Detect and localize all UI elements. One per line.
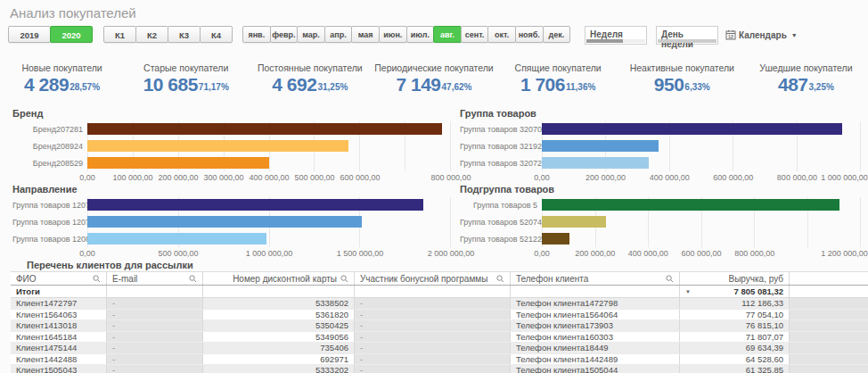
bar-Группа товаров 1207149[interactable] (87, 199, 423, 211)
bar-track (87, 233, 451, 245)
cell-phone[interactable]: Телефон клиента1472798 (511, 298, 680, 309)
cell-fio[interactable]: Клиент1564063 (11, 310, 107, 320)
cell-text: Телефон клиента1564064 (516, 310, 674, 319)
chart-bar-row: Бренд208924 (12, 137, 451, 154)
totals-cell-card (203, 286, 355, 297)
column-header-phone[interactable]: Телефон клиента (511, 272, 680, 285)
cell-fio[interactable]: Клиент1505043 (11, 365, 107, 373)
cell-card[interactable]: 5333202 (203, 365, 355, 373)
column-header-bonus[interactable]: Участник бонусной программы (355, 272, 511, 285)
client-table-title: Перечень клиентов для рассылки (27, 260, 193, 270)
month-button-авг.[interactable]: авг. (433, 26, 462, 43)
weekday-listbox[interactable]: День недели (656, 26, 718, 45)
week-listbox[interactable]: Неделя (585, 26, 647, 45)
cell-fio[interactable]: Клиент1645184 (11, 332, 107, 343)
cell-fio[interactable]: Клиент1475144 (11, 343, 107, 353)
search-icon[interactable] (93, 275, 101, 283)
column-header-card[interactable]: Номер дисконтной карты (203, 272, 355, 285)
kpi-card-3: Постоянные покупатели4 69231,25% (248, 55, 372, 102)
chart-product-subgroup: Подгруппа товаровГруппа товаров 5Группа … (460, 184, 861, 255)
kpi-value-row: 7 14947,62% (372, 74, 495, 95)
cell-phone[interactable]: Телефон клиента1442489 (511, 354, 680, 365)
chevron-down-icon: ▼ (791, 32, 798, 38)
table-row: Клиент1505043-5333202-Телефон клиента150… (11, 365, 868, 373)
cell-text: Телефон клиента173903 (516, 320, 674, 330)
cell-card[interactable]: 5361820 (203, 310, 355, 320)
bar-category-label: Группа товаров 1207149 (12, 201, 87, 210)
bar-Группа товаров 1207018[interactable] (87, 216, 362, 228)
cell-fio[interactable]: Клиент1442488 (11, 354, 107, 365)
month-button-июл.[interactable]: июл. (406, 26, 435, 43)
kpi-value: 10 685 (143, 74, 198, 95)
cell-card[interactable]: 5349056 (203, 332, 355, 343)
column-header-revenue[interactable]: Выручка, руб (680, 272, 790, 285)
column-header-extra[interactable] (790, 272, 868, 285)
cell-text: 77 054,10 (685, 310, 783, 319)
year-button-2019[interactable]: 2019 (8, 26, 51, 43)
month-button-окт.[interactable]: окт. (487, 26, 516, 43)
column-header-label: E-mail (112, 274, 185, 284)
chart-bar-row: Группа товаров 5 (460, 196, 861, 213)
axis-tick-label: 1 500 000,00 (337, 249, 384, 258)
bar-track (542, 140, 861, 152)
bar-Группа товаров 5[interactable] (542, 199, 839, 211)
table-row: Клиент1564063-5361820-Телефон клиента156… (11, 310, 868, 321)
kpi-percent: 28,57% (70, 82, 100, 92)
cell-card[interactable]: 735406 (203, 343, 355, 353)
bar-Группа товаров 5212206[interactable] (542, 233, 569, 245)
bar-Группа товаров 3207277[interactable] (542, 157, 649, 169)
year-button-2020[interactable]: 2020 (50, 26, 93, 43)
cell-phone[interactable]: Телефон клиента18449 (511, 343, 680, 353)
table-totals-row: Итоги▼7 805 081,32 (11, 286, 868, 298)
table-row: Клиент1413018-5350425-Телефон клиента173… (11, 320, 868, 332)
bar-Группа товаров 1208384[interactable] (87, 233, 266, 245)
cell-card[interactable]: 5350425 (203, 320, 355, 331)
quarter-button-К2[interactable]: К2 (135, 26, 168, 43)
chart-x-axis: 0,00500 000,001 000 000,001 500 000,002 … (87, 249, 451, 260)
search-icon[interactable] (189, 275, 197, 283)
cell-text: 61 325,85 (685, 365, 783, 373)
cell-card[interactable]: 692971 (203, 354, 355, 365)
bar-Бренд208529[interactable] (87, 157, 269, 169)
cell-extra (790, 332, 868, 343)
month-button-мая[interactable]: мая (351, 26, 380, 43)
month-button-нояб.[interactable]: нояб. (515, 26, 544, 43)
month-button-дек.[interactable]: дек. (543, 26, 571, 43)
bar-Бренд207281[interactable] (87, 123, 442, 135)
chart-bar-row: Группа товаров 1207018 (12, 213, 451, 230)
cell-text: Клиент1645184 (16, 332, 101, 342)
bar-Группа товаров 3207020[interactable] (542, 123, 842, 135)
month-button-мар.[interactable]: мар. (297, 26, 325, 43)
column-header-fio[interactable]: ФИО (11, 272, 107, 285)
kpi-percent: 3,25% (809, 82, 834, 92)
chart-plot-product-group: Группа товаров 3207020Группа товаров 321… (460, 120, 861, 171)
calendar-dropdown[interactable]: 12 Календарь ▼ (725, 28, 798, 42)
cell-phone[interactable]: Телефон клиента1505044 (511, 365, 680, 373)
week-listbox-scrollbar[interactable] (586, 39, 645, 43)
month-button-апр.[interactable]: апр. (324, 26, 353, 43)
cell-phone[interactable]: Телефон клиента173903 (511, 320, 680, 331)
weekday-listbox-scrollbar[interactable] (658, 39, 717, 43)
quarter-button-К4[interactable]: К4 (200, 26, 233, 43)
search-icon[interactable] (666, 275, 674, 283)
cell-text: Клиент1413018 (16, 320, 101, 330)
month-button-янв.[interactable]: янв. (242, 26, 271, 43)
month-button-февр.[interactable]: февр. (270, 26, 299, 43)
bar-Бренд208924[interactable] (87, 140, 348, 152)
month-button-сент.[interactable]: сент. (461, 26, 489, 43)
totals-cell-fio: Итоги (11, 286, 107, 297)
month-button-июн.[interactable]: июн. (379, 26, 407, 43)
bar-Группа товаров 3219227[interactable] (542, 140, 659, 152)
search-icon[interactable] (496, 275, 504, 283)
cell-phone[interactable]: Телефон клиента160303 (511, 332, 680, 343)
quarter-button-К3[interactable]: К3 (168, 26, 201, 43)
totals-cell-phone (511, 286, 680, 297)
search-icon[interactable] (340, 275, 348, 283)
cell-fio[interactable]: Клиент1472797 (11, 298, 107, 309)
column-header-email[interactable]: E-mail (107, 272, 203, 285)
cell-card[interactable]: 5338502 (203, 298, 355, 309)
bar-Группа товаров 5207447[interactable] (542, 216, 606, 228)
quarter-button-К1[interactable]: К1 (103, 26, 136, 43)
cell-fio[interactable]: Клиент1413018 (11, 320, 107, 331)
cell-phone[interactable]: Телефон клиента1564064 (511, 310, 680, 320)
